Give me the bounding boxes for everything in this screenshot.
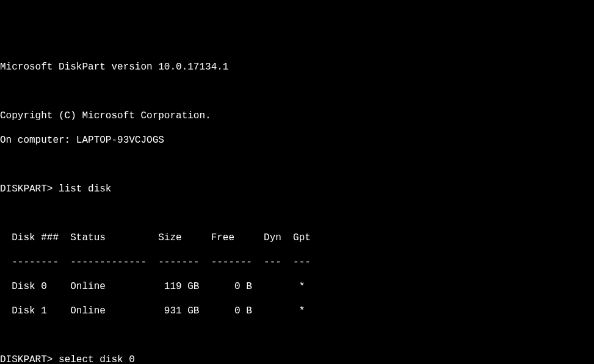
blank-line	[0, 329, 594, 341]
computer-line: On computer: LAPTOP-93VCJOGS	[0, 134, 594, 146]
command-line: DISKPART> select disk 0	[0, 354, 594, 364]
command-line: DISKPART> list disk	[0, 183, 594, 195]
disk-table-header: Disk ### Status Size Free Dyn Gpt	[0, 232, 594, 244]
version-line: Microsoft DiskPart version 10.0.17134.1	[0, 61, 594, 73]
command-select-disk: select disk 0	[59, 354, 135, 364]
disk-table-divider: -------- ------------- ------- ------- -…	[0, 256, 594, 268]
blank-line	[0, 159, 594, 171]
command-list-disk: list disk	[59, 184, 111, 194]
copyright-line: Copyright (C) Microsoft Corporation.	[0, 110, 594, 122]
disk-table-row: Disk 0 Online 119 GB 0 B *	[0, 280, 594, 293]
blank-line	[0, 207, 594, 219]
prompt: DISKPART>	[0, 184, 53, 194]
prompt: DISKPART>	[0, 354, 53, 364]
disk-table-row: Disk 1 Online 931 GB 0 B *	[0, 305, 594, 317]
terminal-output[interactable]: Microsoft DiskPart version 10.0.17134.1 …	[0, 49, 594, 364]
blank-line	[0, 85, 594, 98]
